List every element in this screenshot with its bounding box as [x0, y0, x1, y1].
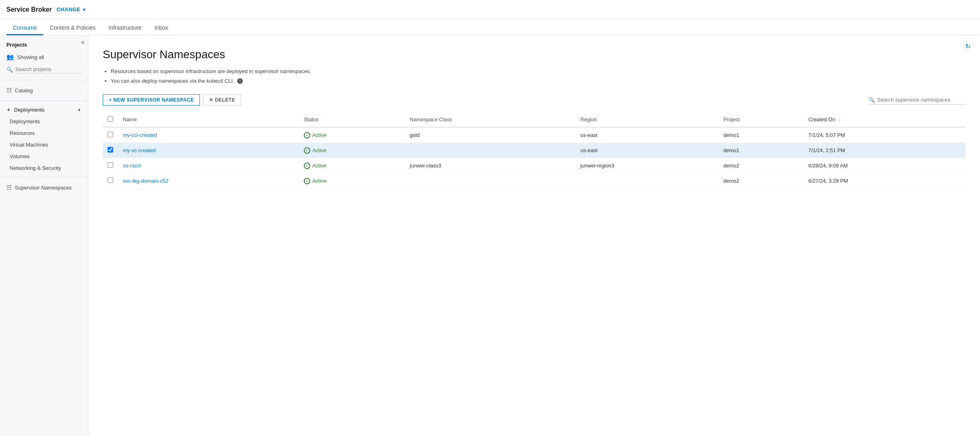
col-created-on[interactable]: Created On ↓ [803, 112, 966, 127]
search-projects-container: 🔍 [0, 64, 88, 75]
tab-inbox[interactable]: Inbox [148, 21, 175, 35]
search-projects-input[interactable] [15, 65, 81, 73]
chevron-down-icon: ▼ [77, 108, 81, 112]
sidebar-item-virtual-machines[interactable]: Virtual Machines [0, 139, 88, 151]
sidebar-item-networking-security[interactable]: Networking & Security [0, 162, 88, 174]
sidebar-item-supervisor-namespaces[interactable]: ☷ Supervisor Namespaces [0, 181, 88, 194]
info-icon[interactable]: i [237, 78, 243, 84]
row-region-0: us-east [575, 127, 718, 143]
row-name-link-0[interactable]: my-cci-created [123, 132, 157, 138]
sidebar-item-resources[interactable]: Resources [0, 127, 88, 139]
description: Resources based on supervisor infrastruc… [103, 67, 966, 85]
status-icon-3: ✓ [304, 178, 310, 184]
row-checkbox-1[interactable] [108, 147, 113, 153]
new-supervisor-namespace-button[interactable]: + NEW SUPERVISOR NAMESPACE [103, 94, 200, 106]
row-checkbox-cell-2 [103, 158, 118, 173]
search-namespaces-container: 🔍 [868, 95, 966, 105]
tab-consume[interactable]: Consume [6, 21, 43, 35]
row-created-on-0: 7/1/24, 5:07 PM [803, 127, 966, 143]
status-icon-0: ✓ [304, 132, 310, 139]
sidebar-showing-all[interactable]: 👥 Showing all [0, 50, 88, 64]
row-name-3: svc-tkg-domain-c52 [118, 173, 299, 189]
sidebar-divider-1 [0, 80, 88, 80]
status-icon-2: ✓ [304, 163, 310, 169]
col-namespace-class: Namespace Class [405, 112, 575, 127]
toolbar: + NEW SUPERVISOR NAMESPACE ✕ DELETE 🔍 [103, 94, 966, 106]
description-line-2: You can also deploy namespaces via the k… [111, 77, 966, 85]
app-title: Service Broker [6, 6, 52, 13]
search-namespaces-icon: 🔍 [868, 97, 875, 103]
row-name-link-2[interactable]: ns-rscm [123, 163, 141, 169]
select-all-column [103, 112, 118, 127]
row-status-2: ✓ Active [299, 158, 405, 173]
sidebar-item-catalog[interactable]: ☷ Catalog [0, 84, 88, 97]
row-checkbox-3[interactable] [108, 177, 113, 183]
catalog-icon: ☷ [6, 87, 12, 94]
table-row: ns-rscm ✓ Active junwei-class3 junwei-re… [103, 158, 966, 173]
sidebar-item-volumes[interactable]: Volumes [0, 151, 88, 162]
row-project-0: demo1 [719, 127, 804, 143]
tab-infrastructure[interactable]: Infrastructure [102, 21, 148, 35]
row-created-on-2: 6/28/24, 9:09 AM [803, 158, 966, 173]
row-status-1: ✓ Active [299, 143, 405, 158]
row-project-1: demo1 [719, 143, 804, 158]
description-line-1: Resources based on supervisor infrastruc… [111, 67, 966, 75]
row-name-0: my-cci-created [118, 127, 299, 143]
row-project-2: demo2 [719, 158, 804, 173]
table-row: svc-tkg-domain-c52 ✓ Active demo2 6/27/2… [103, 173, 966, 189]
projects-section-title: Projects [0, 35, 88, 50]
change-button[interactable]: CHANGE ▼ [57, 6, 87, 12]
refresh-button[interactable]: ↻ [965, 43, 970, 50]
app-layout: « Projects 👥 Showing all 🔍 ☷ Catalog ✦ D… [0, 35, 980, 436]
row-region-2: junwei-region3 [575, 158, 718, 173]
sidebar-deployments-parent[interactable]: ✦ Deployments ▼ [0, 104, 88, 116]
row-status-3: ✓ Active [299, 173, 405, 189]
sort-icon: ↓ [838, 116, 841, 122]
row-created-on-1: 7/1/24, 2:51 PM [803, 143, 966, 158]
main-content: ↻ Supervisor Namespaces Resources based … [88, 35, 980, 436]
delete-button[interactable]: ✕ DELETE [203, 94, 241, 106]
row-region-1: us-east [575, 143, 718, 158]
table-row: my-vc-created ✓ Active us-east demo1 7/1… [103, 143, 966, 158]
deployments-icon: ✦ [6, 107, 11, 113]
sidebar-divider-3 [0, 177, 88, 177]
page-title: Supervisor Namespaces [103, 48, 966, 61]
select-all-checkbox[interactable] [108, 116, 113, 122]
table-row: my-cci-created ✓ Active gold us-east dem… [103, 127, 966, 143]
collapse-sidebar-button[interactable]: « [81, 39, 85, 46]
row-region-3 [575, 173, 718, 189]
tab-content-policies[interactable]: Content & Policies [43, 21, 102, 35]
table-header-row: Name Status Namespace Class Region Proje… [103, 112, 966, 127]
users-icon: 👥 [6, 53, 14, 61]
nav-tabs: Consume Content & Policies Infrastructur… [0, 19, 980, 35]
col-region: Region [575, 112, 718, 127]
row-checkbox-cell-0 [103, 127, 118, 143]
row-namespace-class-0: gold [405, 127, 575, 143]
row-project-3: demo2 [719, 173, 804, 189]
row-name-2: ns-rscm [118, 158, 299, 173]
row-name-1: my-vc-created [118, 143, 299, 158]
row-namespace-class-3 [405, 173, 575, 189]
col-status: Status [299, 112, 405, 127]
namespaces-table: Name Status Namespace Class Region Proje… [103, 112, 966, 189]
top-bar: Service Broker CHANGE ▼ [0, 0, 980, 19]
row-checkbox-0[interactable] [108, 132, 113, 137]
sidebar: « Projects 👥 Showing all 🔍 ☷ Catalog ✦ D… [0, 35, 88, 436]
row-created-on-3: 6/27/24, 3:29 PM [803, 173, 966, 189]
sidebar-divider-2 [0, 100, 88, 101]
row-status-0: ✓ Active [299, 127, 405, 143]
row-name-link-1[interactable]: my-vc-created [123, 147, 156, 153]
col-name: Name [118, 112, 299, 127]
row-checkbox-cell-1 [103, 143, 118, 158]
search-namespaces-input[interactable] [877, 97, 966, 103]
status-icon-1: ✓ [304, 147, 310, 154]
row-checkbox-cell-3 [103, 173, 118, 189]
row-checkbox-2[interactable] [108, 162, 113, 168]
row-namespace-class-2: junwei-class3 [405, 158, 575, 173]
sidebar-item-deployments[interactable]: Deployments [0, 116, 88, 127]
row-namespace-class-1 [405, 143, 575, 158]
search-icon: 🔍 [6, 67, 13, 73]
row-name-link-3[interactable]: svc-tkg-domain-c52 [123, 178, 168, 184]
chevron-down-icon: ▼ [82, 7, 86, 12]
col-project: Project [719, 112, 804, 127]
